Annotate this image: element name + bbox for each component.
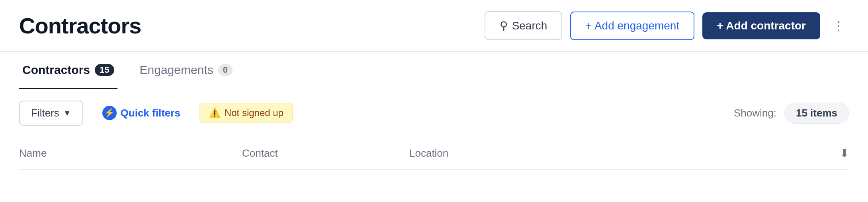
filters-button[interactable]: Filters ▼ — [19, 101, 83, 126]
tab-contractors[interactable]: Contractors 15 — [19, 52, 117, 89]
tab-contractors-label: Contractors — [22, 63, 90, 77]
column-actions: ⬇ — [825, 147, 849, 160]
tabs: Contractors 15 Engagements 0 — [19, 52, 849, 89]
column-contact: Contact — [242, 147, 409, 159]
column-name: Name — [19, 147, 242, 159]
warning-icon: ⚠️ — [209, 107, 221, 118]
tab-engagements-label: Engagements — [140, 63, 213, 77]
table-header: Name Contact Location ⬇ — [19, 137, 849, 170]
chevron-down-icon: ▼ — [63, 109, 71, 118]
showing-label: Showing: — [734, 107, 776, 119]
more-options-button[interactable]: ⋮ — [828, 16, 849, 36]
filters-bar: Filters ▼ ⚡ Quick filters ⚠️ Not signed … — [0, 89, 868, 137]
column-contact-label: Contact — [242, 147, 278, 159]
search-icon: ⚲ — [500, 19, 508, 32]
column-name-label: Name — [19, 147, 47, 159]
header: Contractors ⚲ Search + Add engagement + … — [0, 0, 868, 52]
download-icon[interactable]: ⬇ — [840, 147, 849, 160]
add-engagement-button[interactable]: + Add engagement — [570, 12, 694, 40]
filters-right: Showing: 15 items — [734, 103, 849, 124]
search-button[interactable]: ⚲ Search — [485, 11, 563, 40]
page-container: Contractors ⚲ Search + Add engagement + … — [0, 0, 868, 170]
filters-left: Filters ▼ ⚡ Quick filters ⚠️ Not signed … — [19, 100, 293, 126]
tab-contractors-badge: 15 — [95, 64, 114, 76]
items-count-badge: 15 items — [784, 103, 849, 124]
column-location: Location — [409, 147, 825, 159]
header-actions: ⚲ Search + Add engagement + Add contract… — [485, 11, 849, 40]
add-contractor-button[interactable]: + Add contractor — [702, 12, 820, 39]
column-location-label: Location — [409, 147, 448, 159]
not-signed-up-filter-chip[interactable]: ⚠️ Not signed up — [199, 103, 293, 123]
quick-filters-label: Quick filters — [121, 107, 180, 119]
quick-filters-button[interactable]: ⚡ Quick filters — [93, 100, 190, 126]
not-signed-up-label: Not signed up — [225, 107, 283, 118]
filters-label: Filters — [31, 107, 59, 119]
tabs-container: Contractors 15 Engagements 0 — [0, 52, 868, 89]
quick-filters-icon: ⚡ — [102, 106, 117, 120]
page-title: Contractors — [19, 13, 141, 39]
search-label: Search — [512, 19, 547, 32]
tab-engagements-badge: 0 — [218, 64, 233, 76]
more-icon: ⋮ — [832, 18, 845, 33]
add-contractor-label: + Add contractor — [717, 19, 806, 32]
add-engagement-label: + Add engagement — [585, 19, 679, 32]
tab-engagements[interactable]: Engagements 0 — [137, 52, 236, 89]
table-container: Name Contact Location ⬇ — [0, 137, 868, 170]
